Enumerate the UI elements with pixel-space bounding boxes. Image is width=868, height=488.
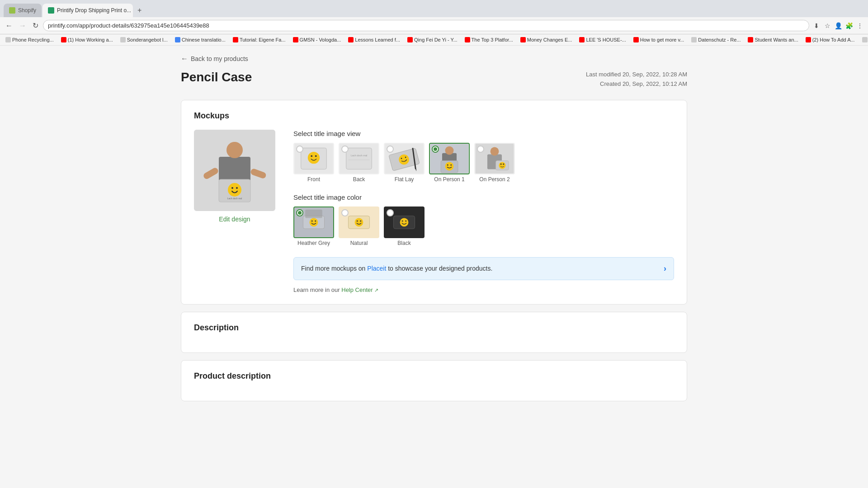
reload-button[interactable]: ↻ <box>31 20 40 31</box>
bookmark-datenschutz[interactable]: Datenschutz - Re... <box>689 36 742 43</box>
svg-point-8 <box>236 187 238 189</box>
bookmark-label: Money Changes E... <box>527 37 572 42</box>
view-option-label-flat-lay: Flat Lay <box>384 176 425 183</box>
address-bar[interactable] <box>43 20 809 31</box>
view-option-img-on-person-2 <box>474 143 515 174</box>
svg-point-50 <box>360 220 361 221</box>
bookmark-label: (1) How Working a... <box>68 37 113 42</box>
view-option-front[interactable]: Front <box>293 143 334 183</box>
color-option-heather-grey[interactable]: Heather Grey <box>293 206 334 246</box>
bookmark-label: Datenschutz - Re... <box>698 37 741 42</box>
svg-point-6 <box>228 183 241 197</box>
bookmark-sonderangebot[interactable]: Sonderangebot l... <box>118 36 170 43</box>
bookmark-download[interactable]: Download - Cook... <box>860 36 868 43</box>
browser-toolbar: ← → ↻ ⬇ ☆ 👤 🧩 ⋮ <box>0 17 868 34</box>
placeit-banner-text: Find more mockups on Placeit to showcase… <box>301 265 492 272</box>
bookmark-student[interactable]: Student Wants an... <box>746 36 800 43</box>
browser-chrome: Shopify Printify Drop Shipping Print o..… <box>0 0 868 46</box>
color-options: Heather Grey <box>293 206 674 246</box>
product-description-section: Product description <box>181 360 687 401</box>
page-content: ← Back to my products Pencil Case Last m… <box>0 46 868 488</box>
bookmark-favicon <box>633 37 639 42</box>
view-option-label-on-person-2: On Person 2 <box>474 176 515 183</box>
bookmark-label: Qing Fei De Yi - Y... <box>414 37 458 42</box>
view-option-title: Select title image view <box>293 130 674 137</box>
bookmark-chinese[interactable]: Chinese translatio... <box>173 36 227 43</box>
mockup-options: Select title image view <box>293 130 674 293</box>
bookmark-gmsn[interactable]: GMSN - Vologda... <box>291 36 343 43</box>
bookmark-tutorial[interactable]: Tutorial: Eigene Fa... <box>231 36 288 43</box>
mockup-preview-svg: Lach doch mal <box>194 130 275 211</box>
svg-point-39 <box>503 163 504 164</box>
bookmark-top3[interactable]: The Top 3 Platfor... <box>463 36 515 43</box>
help-prefix: Learn more in our <box>293 286 340 293</box>
back-to-products-link[interactable]: ← Back to my products <box>181 55 248 63</box>
bookmark-favicon <box>120 37 126 42</box>
bookmark-money[interactable]: Money Changes E... <box>519 36 574 43</box>
view-option-on-person-2[interactable]: On Person 2 <box>474 143 515 183</box>
view-option-flat-lay[interactable]: Flat Lay <box>384 143 425 183</box>
bookmark-label: Student Wants an... <box>755 37 798 42</box>
edit-design-link[interactable]: Edit design <box>219 216 250 223</box>
bookmark-label: GMSN - Vologda... <box>300 37 341 42</box>
bookmark-phone-recycling[interactable]: Phone Recycling... <box>4 36 56 43</box>
bookmark-favicon <box>520 37 526 42</box>
product-description-title: Product description <box>194 371 674 381</box>
svg-point-31 <box>447 164 448 165</box>
menu-icon[interactable]: ⋮ <box>855 21 864 30</box>
bookmark-favicon <box>691 37 697 42</box>
svg-rect-16 <box>346 148 372 169</box>
view-option-radio-on-person-2 <box>477 145 484 153</box>
bookmark-label: Chinese translatio... <box>182 37 226 42</box>
tab-shopify[interactable]: Shopify <box>4 4 42 17</box>
bookmark-favicon <box>293 37 298 42</box>
svg-rect-45 <box>305 209 322 218</box>
view-option-radio-back <box>341 145 349 153</box>
bookmark-label: Sonderangebot l... <box>127 37 168 42</box>
bookmark-lee[interactable]: LEE 'S HOUSE-... <box>577 36 627 43</box>
color-option-black[interactable]: Black <box>384 206 425 246</box>
new-tab-button[interactable]: + <box>134 5 145 16</box>
tab-favicon-shopify <box>9 7 15 14</box>
back-nav-button[interactable]: ← <box>4 21 14 31</box>
bookmark-lessons[interactable]: Lessons Learned f... <box>346 36 402 43</box>
bookmark-favicon <box>61 37 66 42</box>
placeit-banner[interactable]: Find more mockups on Placeit to showcase… <box>293 257 674 280</box>
view-option-back[interactable]: Lach doch mal Back <box>339 143 379 183</box>
svg-point-44 <box>315 220 316 221</box>
forward-nav-button[interactable]: → <box>17 21 28 31</box>
view-option-radio-front <box>296 145 303 153</box>
svg-point-49 <box>357 220 358 221</box>
bookmark-how-add[interactable]: (2) How To Add A... <box>804 36 857 43</box>
view-option-radio-on-person-1 <box>432 145 439 153</box>
svg-point-14 <box>315 155 317 157</box>
extension-icon[interactable]: 🧩 <box>844 21 854 30</box>
view-option-on-person-1[interactable]: On Person 1 <box>429 143 470 183</box>
placeit-link-text: Placeit <box>367 265 386 272</box>
view-option-label-front: Front <box>293 176 334 183</box>
color-option-natural[interactable]: Natural <box>339 206 379 246</box>
tab-printify[interactable]: Printify Drop Shipping Print o... ✕ <box>42 4 133 17</box>
svg-point-30 <box>445 162 454 170</box>
color-option-label-heather-grey: Heather Grey <box>293 240 334 246</box>
color-option-radio-black <box>387 209 394 216</box>
mockups-section-title: Mockups <box>194 111 674 121</box>
bookmark-favicon <box>233 37 238 42</box>
svg-point-53 <box>400 218 409 226</box>
svg-point-38 <box>500 163 502 164</box>
svg-point-12 <box>308 152 320 164</box>
help-center-link[interactable]: Help Center ↗ <box>341 286 378 293</box>
bookmark-star-icon[interactable]: ☆ <box>823 21 832 30</box>
bookmark-how-working[interactable]: (1) How Working a... <box>59 36 115 43</box>
bookmark-favicon <box>579 37 585 42</box>
bookmark-favicon <box>748 37 753 42</box>
created-text: Created 20, Sep, 2022, 10:12 AM <box>586 80 687 89</box>
svg-text:Lach doch mal: Lach doch mal <box>351 154 368 157</box>
bookmark-qingfei[interactable]: Qing Fei De Yi - Y... <box>406 36 459 43</box>
profile-icon[interactable]: 👤 <box>834 21 843 30</box>
mockups-section: Mockups <box>181 100 687 305</box>
placeit-prefix: Find more mockups on <box>301 265 365 272</box>
download-icon[interactable]: ⬇ <box>812 21 821 30</box>
bookmark-howtoget[interactable]: How to get more v... <box>632 36 686 43</box>
back-arrow-icon: ← <box>181 55 188 63</box>
